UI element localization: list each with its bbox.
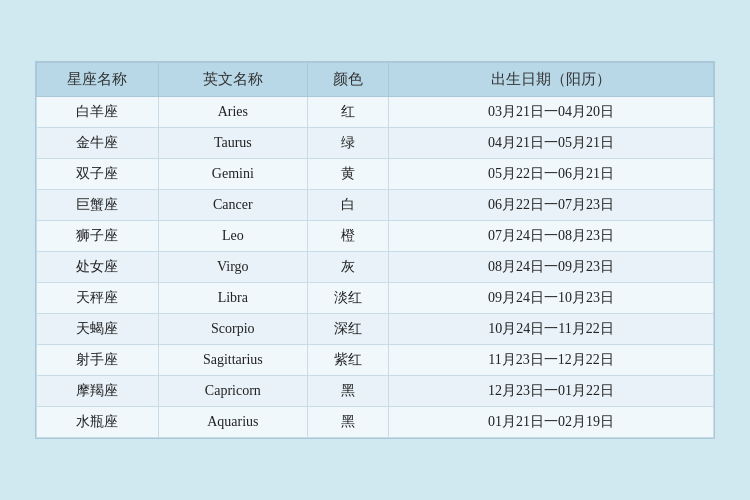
cell-cn: 摩羯座: [37, 376, 159, 407]
cell-cn: 金牛座: [37, 128, 159, 159]
cell-cn: 狮子座: [37, 221, 159, 252]
table-row: 水瓶座Aquarius黑01月21日一02月19日: [37, 407, 714, 438]
cell-date: 03月21日一04月20日: [389, 97, 714, 128]
cell-color: 黑: [307, 407, 388, 438]
zodiac-table: 星座名称 英文名称 颜色 出生日期（阳历） 白羊座Aries红03月21日一04…: [36, 62, 714, 438]
cell-cn: 双子座: [37, 159, 159, 190]
cell-color: 绿: [307, 128, 388, 159]
table-row: 天秤座Libra淡红09月24日一10月23日: [37, 283, 714, 314]
header-color: 颜色: [307, 63, 388, 97]
header-en: 英文名称: [158, 63, 307, 97]
cell-color: 深红: [307, 314, 388, 345]
table-row: 天蝎座Scorpio深红10月24日一11月22日: [37, 314, 714, 345]
cell-en: Taurus: [158, 128, 307, 159]
cell-date: 11月23日一12月22日: [389, 345, 714, 376]
cell-date: 08月24日一09月23日: [389, 252, 714, 283]
cell-en: Capricorn: [158, 376, 307, 407]
cell-color: 红: [307, 97, 388, 128]
table-row: 金牛座Taurus绿04月21日一05月21日: [37, 128, 714, 159]
cell-cn: 白羊座: [37, 97, 159, 128]
cell-color: 白: [307, 190, 388, 221]
cell-date: 05月22日一06月21日: [389, 159, 714, 190]
cell-date: 06月22日一07月23日: [389, 190, 714, 221]
table-row: 射手座Sagittarius紫红11月23日一12月22日: [37, 345, 714, 376]
cell-date: 12月23日一01月22日: [389, 376, 714, 407]
table-row: 双子座Gemini黄05月22日一06月21日: [37, 159, 714, 190]
cell-en: Virgo: [158, 252, 307, 283]
cell-en: Leo: [158, 221, 307, 252]
table-row: 摩羯座Capricorn黑12月23日一01月22日: [37, 376, 714, 407]
cell-en: Aries: [158, 97, 307, 128]
cell-color: 紫红: [307, 345, 388, 376]
cell-en: Aquarius: [158, 407, 307, 438]
cell-en: Libra: [158, 283, 307, 314]
table-row: 狮子座Leo橙07月24日一08月23日: [37, 221, 714, 252]
cell-cn: 处女座: [37, 252, 159, 283]
cell-color: 黄: [307, 159, 388, 190]
table-row: 处女座Virgo灰08月24日一09月23日: [37, 252, 714, 283]
cell-cn: 水瓶座: [37, 407, 159, 438]
cell-date: 04月21日一05月21日: [389, 128, 714, 159]
cell-en: Scorpio: [158, 314, 307, 345]
cell-color: 橙: [307, 221, 388, 252]
cell-color: 淡红: [307, 283, 388, 314]
table-header-row: 星座名称 英文名称 颜色 出生日期（阳历）: [37, 63, 714, 97]
cell-color: 灰: [307, 252, 388, 283]
cell-en: Sagittarius: [158, 345, 307, 376]
cell-cn: 巨蟹座: [37, 190, 159, 221]
table-row: 白羊座Aries红03月21日一04月20日: [37, 97, 714, 128]
cell-date: 01月21日一02月19日: [389, 407, 714, 438]
cell-cn: 射手座: [37, 345, 159, 376]
header-date: 出生日期（阳历）: [389, 63, 714, 97]
cell-cn: 天秤座: [37, 283, 159, 314]
cell-date: 07月24日一08月23日: [389, 221, 714, 252]
header-cn: 星座名称: [37, 63, 159, 97]
cell-color: 黑: [307, 376, 388, 407]
cell-cn: 天蝎座: [37, 314, 159, 345]
zodiac-table-container: 星座名称 英文名称 颜色 出生日期（阳历） 白羊座Aries红03月21日一04…: [35, 61, 715, 439]
table-row: 巨蟹座Cancer白06月22日一07月23日: [37, 190, 714, 221]
cell-en: Cancer: [158, 190, 307, 221]
cell-en: Gemini: [158, 159, 307, 190]
cell-date: 10月24日一11月22日: [389, 314, 714, 345]
table-body: 白羊座Aries红03月21日一04月20日金牛座Taurus绿04月21日一0…: [37, 97, 714, 438]
cell-date: 09月24日一10月23日: [389, 283, 714, 314]
